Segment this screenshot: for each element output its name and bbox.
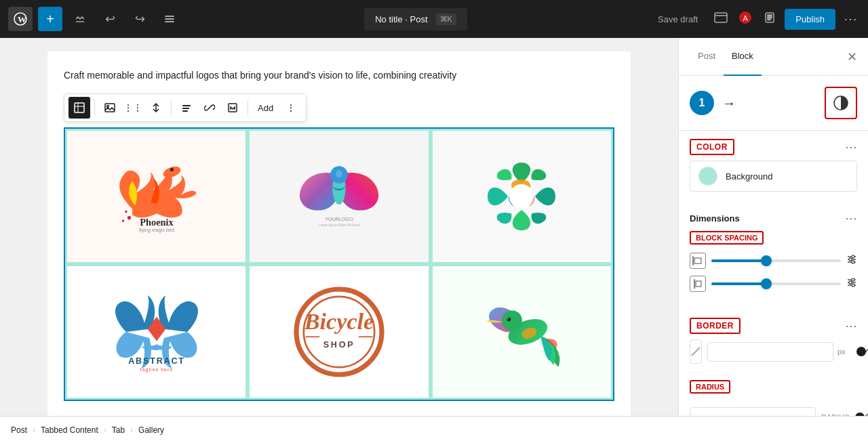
add-button[interactable]: Add — [252, 100, 279, 116]
dimensions-section: BLOCK SPACING — [679, 231, 868, 310]
post-title: No title · Post — [375, 14, 427, 24]
wp-logo[interactable]: W — [8, 7, 33, 31]
svg-text:Lorem Ipsum Dolor Sit Amet: Lorem Ipsum Dolor Sit Amet — [319, 224, 360, 227]
align-button[interactable] — [176, 97, 197, 119]
grid-button[interactable]: ⋮⋮ — [122, 97, 144, 119]
svg-point-24 — [170, 168, 173, 171]
background-color-row[interactable]: Background — [690, 161, 857, 192]
svg-rect-21 — [182, 110, 188, 112]
block-nav: 1 → — [679, 76, 868, 131]
editor-body-text: Craft memorable and impactful logos that… — [64, 68, 614, 83]
svg-text:Phoenix: Phoenix — [140, 217, 174, 228]
toolbar-divider-1 — [94, 100, 95, 116]
block-nav-icon[interactable] — [825, 87, 857, 119]
breadcrumb-tab[interactable]: Tab — [112, 425, 125, 435]
svg-point-57 — [849, 258, 852, 261]
color-swatch — [698, 167, 717, 186]
undo-button[interactable]: ↩ — [98, 7, 122, 31]
svg-rect-19 — [182, 105, 191, 106]
color-label: Color — [690, 139, 734, 155]
tab-block[interactable]: Block — [724, 38, 762, 76]
border-more-button[interactable]: ⋯ — [845, 318, 857, 333]
gallery-item-hummingbird[interactable] — [431, 264, 613, 400]
view-button[interactable] — [711, 9, 730, 28]
spacing-slider-2[interactable] — [711, 282, 841, 285]
image-button[interactable] — [99, 97, 121, 119]
radius-row: RADIUS — [690, 407, 857, 416]
svg-text:A: A — [743, 14, 749, 22]
svg-rect-11 — [768, 15, 772, 16]
dimensions-more-button[interactable]: ⋯ — [845, 211, 857, 226]
svg-point-47 — [507, 318, 511, 322]
svg-text:W: W — [18, 14, 26, 24]
settings-button[interactable] — [760, 8, 779, 30]
svg-text:YOURLOGO: YOURLOGO — [325, 216, 353, 222]
radius-label: RADIUS — [690, 380, 730, 394]
more-options-button[interactable]: ⋯ — [841, 8, 860, 30]
sidebar-header: Post Block ✕ — [679, 38, 868, 76]
sidebar-close-button[interactable]: ✕ — [847, 49, 857, 64]
link-button[interactable] — [199, 97, 220, 119]
spacing-slider-1[interactable] — [711, 259, 841, 262]
media-button[interactable] — [222, 97, 243, 119]
svg-text:Bicycle: Bicycle — [304, 309, 374, 334]
border-px-label: px — [837, 347, 846, 356]
publish-button[interactable]: Publish — [785, 9, 835, 30]
dimensions-label: Dimensions — [690, 213, 740, 224]
block-nav-circle: 1 — [690, 91, 714, 115]
redo-button[interactable]: ↪ — [127, 7, 152, 31]
avatar-button[interactable]: A — [736, 8, 755, 30]
dimensions-section-header: Dimensions ⋯ — [679, 203, 868, 231]
editor-area: Craft memorable and impactful logos that… — [0, 38, 678, 416]
right-sidebar: Post Block ✕ 1 → Color ⋯ — [678, 38, 868, 416]
radius-input[interactable] — [690, 407, 816, 416]
border-row: px — [690, 339, 857, 364]
breadcrumb-tabbed-content[interactable]: Tabbed Content — [41, 425, 98, 435]
svg-point-66 — [852, 284, 854, 287]
border-slash-icon[interactable] — [690, 339, 702, 364]
svg-line-67 — [692, 347, 700, 356]
gallery-item-bicycle[interactable]: Bicycle SHOP — [248, 264, 430, 400]
toolbar-divider-3 — [248, 100, 248, 116]
slider-settings-button-2[interactable] — [846, 277, 857, 291]
color-section-header: Color ⋯ — [679, 131, 868, 161]
topbar-center: No title · Post ⌘K — [187, 8, 644, 30]
gallery-item-abstract[interactable]: ABSTRACT tagline here — [65, 264, 248, 400]
svg-rect-3 — [165, 16, 174, 17]
svg-point-64 — [852, 278, 854, 281]
spacing-icon-1 — [690, 253, 706, 269]
post-title-bar[interactable]: No title · Post ⌘K — [364, 8, 467, 30]
save-draft-button[interactable]: Save draft — [650, 10, 706, 28]
toolbar-divider-2 — [171, 100, 172, 116]
breadcrumb-gallery[interactable]: Gallery — [138, 425, 164, 435]
add-block-button[interactable]: + — [38, 7, 62, 31]
border-section-header: Border ⋯ — [679, 310, 868, 339]
table-icon-button[interactable] — [68, 97, 90, 119]
topbar: W + ↩ ↪ No title · Post ⌘K Save draft — [0, 0, 868, 38]
breadcrumb-post[interactable]: Post — [11, 425, 27, 435]
color-section: Background — [679, 161, 868, 203]
svg-point-32 — [336, 170, 342, 177]
border-width-input[interactable] — [707, 342, 833, 362]
color-more-button[interactable]: ⋯ — [845, 140, 857, 154]
svg-point-48 — [508, 318, 509, 320]
svg-point-58 — [852, 261, 854, 263]
svg-point-35 — [509, 184, 534, 209]
block-toolbar: ⋮⋮ — [64, 93, 307, 122]
gallery-item-phoenix[interactable]: Phoenix flying magic bird — [65, 129, 248, 264]
tools-button[interactable] — [68, 7, 92, 31]
gallery-item-circular[interactable] — [431, 129, 613, 264]
spacing-icon-2 — [690, 276, 706, 292]
svg-rect-5 — [165, 21, 174, 22]
arrows-button[interactable] — [145, 97, 167, 119]
toolbar-more-button[interactable]: ⋮ — [280, 97, 302, 119]
list-view-button[interactable] — [157, 7, 182, 31]
breadcrumb-sep-2: › — [104, 425, 106, 435]
svg-point-27 — [125, 211, 127, 213]
gallery-item-gradient[interactable]: YOURLOGO Lorem Ipsum Dolor Sit Amet — [248, 129, 430, 264]
tab-post[interactable]: Post — [690, 38, 724, 76]
breadcrumb-sep-1: › — [33, 425, 35, 435]
block-spacing-label: BLOCK SPACING — [690, 231, 764, 245]
svg-rect-51 — [692, 256, 694, 266]
slider-settings-button-1[interactable] — [846, 254, 857, 268]
